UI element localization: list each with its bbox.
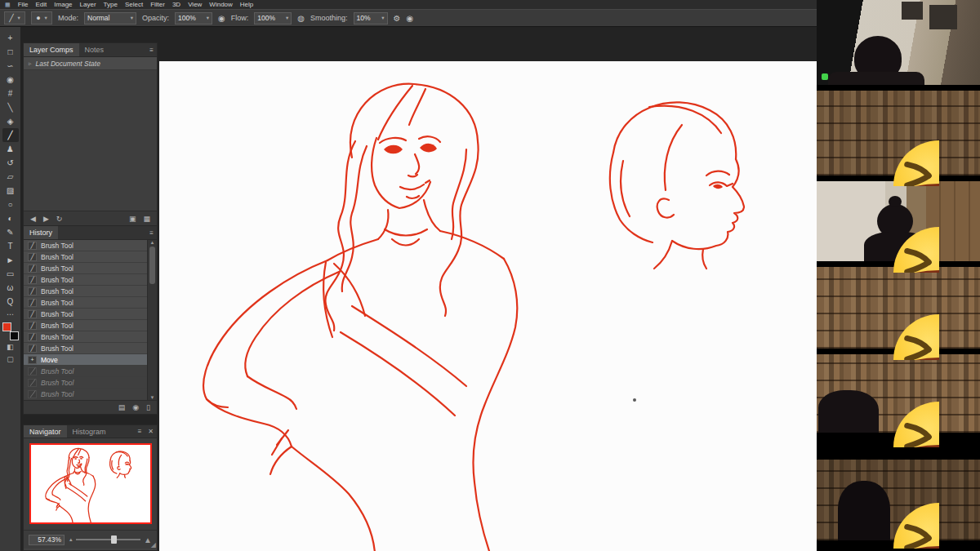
history-state[interactable]: ╱Brush Tool	[24, 274, 148, 286]
scroll-down-icon[interactable]: ▼	[150, 395, 155, 400]
new-comp-icon[interactable]: ▣	[129, 215, 136, 223]
smoothing-dropdown[interactable]: 10% ▾	[354, 12, 388, 24]
history-state[interactable]: ╱Brush Tool	[24, 263, 148, 274]
crop-tool[interactable]: #	[2, 87, 19, 100]
mode-dropdown[interactable]: Normal ▾	[84, 12, 136, 24]
new-snapshot-icon[interactable]: ◉	[132, 403, 139, 411]
history-state-undone[interactable]: ╱Brush Tool	[24, 389, 148, 400]
panel-resize-grip[interactable]: ◢	[151, 541, 156, 549]
zoom-slider-track[interactable]	[76, 539, 141, 540]
brush-icon: ╱	[7, 131, 12, 140]
blur-tool[interactable]: ○	[2, 198, 19, 211]
menu-select[interactable]: Select	[125, 1, 143, 8]
menu-help[interactable]: Help	[240, 1, 253, 8]
spot-healing-brush-tool[interactable]: ◈	[2, 114, 19, 128]
zoom-slider[interactable]: ▴ ▲	[69, 535, 152, 544]
history-state[interactable]: ╱Brush Tool	[24, 251, 148, 263]
clone-stamp-tool[interactable]: ♟	[2, 142, 19, 156]
screen: ▦ File Edit Image Layer Type Select Filt…	[0, 0, 980, 551]
apply-next-comp-icon[interactable]: ▶	[43, 215, 49, 223]
history-state-undone[interactable]: ╱Brush Tool	[24, 377, 148, 389]
zoom-tool[interactable]: Q	[2, 295, 19, 309]
path-selection-tool[interactable]: ►	[2, 253, 19, 267]
zoom-out-icon[interactable]: ▴	[69, 536, 73, 543]
history-state[interactable]: ╱Brush Tool	[24, 240, 148, 251]
airbrush-icon[interactable]: ◍	[297, 14, 305, 23]
history-state[interactable]: ╱Brush Tool	[24, 286, 148, 297]
history-state[interactable]: ╱Brush Tool	[24, 331, 148, 343]
quick-mask-button[interactable]: ◧	[2, 340, 19, 353]
background-color-swatch[interactable]	[10, 331, 19, 340]
brush-tool[interactable]: ╱	[2, 128, 19, 142]
history-state-selected[interactable]: +Move	[24, 354, 148, 366]
zoom-level-field[interactable]: 57.43%	[29, 535, 65, 545]
menu-type[interactable]: Type	[104, 1, 118, 8]
history-state[interactable]: ╱Brush Tool	[24, 309, 148, 320]
zoom-slider-thumb[interactable]	[111, 535, 117, 544]
lasso-tool[interactable]: ∽	[2, 59, 19, 73]
rectangular-marquee-tool[interactable]: □	[2, 45, 19, 59]
quick-selection-tool[interactable]: ◉	[2, 73, 19, 87]
list-item-last-document-state[interactable]: ▹ Last Document State	[24, 57, 157, 70]
menu-edit[interactable]: Edit	[36, 1, 47, 8]
rectangle-shape-tool[interactable]: ▭	[2, 267, 19, 281]
canvas-area	[159, 27, 817, 551]
pen-pressure-opacity-icon[interactable]: ◉	[218, 14, 225, 23]
brush-preset-picker[interactable]: ● ▾	[31, 11, 52, 24]
history-brush-tool[interactable]: ↺	[2, 156, 19, 170]
eyedropper-tool[interactable]: ╲	[2, 100, 19, 114]
pen-pressure-size-icon[interactable]: ◉	[407, 14, 414, 23]
history-state[interactable]: ╱Brush Tool	[24, 343, 148, 354]
menu-filter[interactable]: Filter	[150, 1, 165, 8]
history-state-label: Brush Tool	[41, 287, 74, 295]
panel-menu-icon[interactable]: ≡	[146, 226, 157, 239]
navigator-proxy-view[interactable]	[29, 443, 152, 524]
dodge-tool[interactable]: ◐	[2, 211, 19, 225]
tab-histogram[interactable]: Histogram	[67, 425, 112, 438]
menu-3d[interactable]: 3D	[172, 1, 180, 8]
tab-layer-comps[interactable]: Layer Comps	[24, 43, 79, 56]
menu-file[interactable]: File	[18, 1, 29, 8]
panel-menu-icon[interactable]: ≡	[146, 43, 157, 56]
type-icon: T	[7, 242, 12, 251]
scroll-up-icon[interactable]: ▲	[150, 240, 155, 245]
webcam-frame[interactable]	[817, 0, 980, 85]
history-scrollbar[interactable]: ▲ ▼	[147, 240, 157, 400]
foreground-color-swatch[interactable]	[2, 322, 11, 331]
layer-comps-list: ▹ Last Document State	[24, 57, 157, 211]
eraser-tool[interactable]: ▱	[2, 170, 19, 184]
screen-mode-button[interactable]: ▢	[2, 353, 19, 365]
color-swatches[interactable]	[2, 322, 19, 340]
apply-previous-comp-icon[interactable]: ◀	[30, 215, 36, 223]
gradient-tool[interactable]: ▨	[2, 184, 19, 198]
new-document-from-state-icon[interactable]: ▤	[118, 403, 126, 411]
panel-menu-icon[interactable]: ≡	[135, 425, 145, 438]
hand-tool[interactable]: ω	[2, 281, 19, 295]
history-state-undone[interactable]: ╱Brush Tool	[24, 366, 148, 377]
delete-state-icon[interactable]: ▯	[146, 403, 150, 411]
red-character-sketch[interactable]	[159, 61, 817, 551]
update-comp-icon[interactable]: ↻	[56, 215, 63, 223]
menu-window[interactable]: Window	[209, 1, 232, 8]
menu-view[interactable]: View	[188, 1, 202, 8]
comp-state-label: Last Document State	[36, 60, 100, 68]
opacity-value: 100%	[178, 14, 196, 22]
tab-history[interactable]: History	[24, 226, 58, 239]
tool-preset-picker[interactable]: ╱ ▾	[4, 11, 25, 24]
flow-dropdown[interactable]: 100% ▾	[254, 12, 292, 24]
smoothing-gear-icon[interactable]: ⚙	[394, 14, 401, 23]
scrollbar-thumb[interactable]	[149, 247, 155, 284]
delete-comp-icon[interactable]: ▦	[143, 215, 150, 223]
menu-image[interactable]: Image	[54, 1, 72, 8]
opacity-dropdown[interactable]: 100% ▾	[175, 12, 212, 24]
menu-layer[interactable]: Layer	[80, 1, 96, 8]
type-tool[interactable]: T	[2, 239, 19, 253]
pen-tool[interactable]: ✎	[2, 225, 19, 239]
history-state[interactable]: ╱Brush Tool	[24, 297, 148, 309]
tab-notes[interactable]: Notes	[79, 43, 110, 56]
close-icon[interactable]: ✕	[145, 425, 157, 438]
history-state[interactable]: ╱Brush Tool	[24, 320, 148, 331]
move-tool[interactable]: +	[2, 31, 19, 45]
edit-toolbar-button[interactable]: ⋯	[7, 310, 14, 318]
tab-navigator[interactable]: Navigator	[24, 425, 67, 438]
